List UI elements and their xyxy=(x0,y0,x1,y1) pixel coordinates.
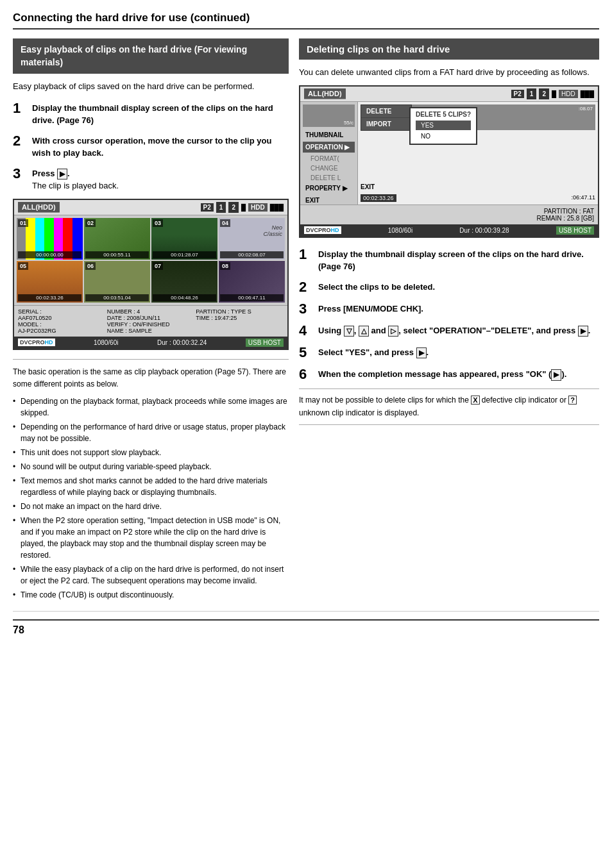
delete-top-bar: ALL(HDD) P2 1 2 █ HDD ███ xyxy=(300,87,598,102)
bullet-2: Depending on the performance of hard dri… xyxy=(13,421,289,444)
thumb-status-bar: DVCPROHD 1080/60i Dur : 00:00:32.24 USB … xyxy=(14,337,287,349)
model-val: AJ-P2C032RG xyxy=(18,328,106,334)
delete-display: ALL(HDD) P2 1 2 █ HDD ███ xyxy=(299,85,599,238)
easy-playback-intro: Easy playback of clips saved on the hard… xyxy=(13,80,289,93)
delete-step-3-text: Press [MENU/MODE CHK]. xyxy=(318,301,423,315)
yes-button[interactable]: YES xyxy=(416,121,471,130)
clip-03-tc: 00:01:28.07 xyxy=(153,251,216,258)
number-val: NUMBER : 4 xyxy=(107,308,195,315)
exit-menu-item: EXIT xyxy=(303,195,355,206)
hdd-label: HDD xyxy=(248,203,268,212)
no-button[interactable]: NO xyxy=(416,131,471,141)
play-key: ▶ xyxy=(57,169,67,179)
number-info: NUMBER : 4 DATE : 2008/JUN/11 VERIFY : O… xyxy=(107,308,195,334)
status-resolution: 1080/60i xyxy=(94,339,118,346)
usb-host-badge: USB HOST xyxy=(246,338,284,347)
clip-07-thumb: 07 00:04:48.26 xyxy=(151,261,217,303)
delete-step-4-num: 4 xyxy=(299,323,313,338)
delete-dvcpro-logo: DVCPROHD xyxy=(304,226,341,234)
ok-key: ▶ xyxy=(551,369,561,380)
thumb-bottom-info: SERIAL : AAF07L0520 MODEL : AJ-P2C032RG … xyxy=(14,305,287,337)
slot-indicators: P2 1 2 █ HDD ███ xyxy=(201,202,284,213)
confirm-popup: DELETE 5 CLIPS? YES NO xyxy=(409,107,477,145)
clip-08-thumb: 08 00:06:47.11 xyxy=(219,261,285,303)
operation-menu-item: OPERATION ▶ xyxy=(303,142,355,153)
popup-import: IMPORT xyxy=(361,118,411,130)
partition-fat: PARTITION : FAT xyxy=(304,208,594,215)
clip-06-num: 06 xyxy=(85,262,96,270)
model-label: MODEL : xyxy=(18,321,106,328)
p2-badge: P2 xyxy=(201,203,214,212)
delete-note-text: It may not be possible to delete clips f… xyxy=(299,396,577,417)
delete-slot-1: 1 xyxy=(527,88,537,99)
serial-label: SERIAL : xyxy=(18,308,106,315)
bullet-5: Text memos and shot marks cannot be adde… xyxy=(13,475,289,498)
delete-main-area: :08.07 DELETE IMPORT DELETE 5 CLIPS? YES… xyxy=(358,102,598,204)
delete-step-2-text: Select the clips to be deleted. xyxy=(318,280,435,294)
delete-step-6: 6 When the completion message has appear… xyxy=(299,367,599,382)
clip-05-num: 05 xyxy=(18,262,28,270)
delete-step-4: 4 Using ▽, △ and ▷, select "OPERATION"–"… xyxy=(299,323,599,338)
delete-hdd-label: HDD xyxy=(559,90,578,98)
left-column: Easy playback of clips on the hard drive… xyxy=(13,38,289,603)
slot-1: 1 xyxy=(216,202,226,213)
thumbnail-menu-item: THUMBNAIL xyxy=(303,129,355,140)
delete-content-area: 55/c THUMBNAIL OPERATION ▶ FORMAT( CHANG… xyxy=(300,102,598,204)
delete-duration: Dur : 00:00:39.28 xyxy=(459,227,509,234)
delete-step-1: 1 Display the thumbnail display screen o… xyxy=(299,247,599,273)
footer-divider xyxy=(13,611,599,612)
name-val: NAME : SAMPLE xyxy=(107,328,195,334)
clip-04-label-neo: Neo xyxy=(271,224,282,231)
partition-info-bar: PARTITION : FAT REMAIN : 25.8 [GB] xyxy=(300,204,598,224)
tc-end: :06:47.11 xyxy=(571,194,595,202)
step-3-number: 3 xyxy=(13,166,27,181)
notes-list: Depending on the playback format, playba… xyxy=(13,396,289,601)
main-content: Easy playback of clips on the hard drive… xyxy=(13,38,599,603)
verify-val: VERIFY : ON/FINISHED xyxy=(107,321,195,328)
easy-playback-title: Easy playback of clips on the hard drive… xyxy=(13,38,289,74)
delete-all-hdd: ALL(HDD) xyxy=(304,88,346,99)
change-item: CHANGE xyxy=(308,163,355,173)
x-indicator: X xyxy=(471,396,479,405)
time-val: TIME : 19:47:25 xyxy=(196,315,284,321)
page-container: Connecting the hard drive for use (conti… xyxy=(0,0,612,647)
clip-06-thumb: 06 00:03:51.04 xyxy=(84,261,150,303)
clip-04-tc: 00:02:08.07 xyxy=(220,251,284,258)
delete-note-box: It may not be possible to delete clips f… xyxy=(299,388,599,424)
step-1-number: 1 xyxy=(13,101,27,116)
clip-04-num: 04 xyxy=(220,219,230,227)
remain-info: REMAIN : 25.8 [GB] xyxy=(304,215,594,222)
step-2-number: 2 xyxy=(13,133,27,149)
delete-slot-indicators: P2 1 2 █ HDD ███ xyxy=(511,88,594,99)
thumb-top-bar: ALL(HDD) P2 1 2 █ HDD ███ xyxy=(14,200,287,215)
step-1-text: Display the thumbnail display screen of … xyxy=(32,101,289,127)
delete-step-3-num: 3 xyxy=(299,301,313,317)
step-2: 2 With cross cursor operation, move the … xyxy=(13,133,289,160)
status-duration: Dur : 00:00:32.24 xyxy=(157,339,207,346)
serial-val: AAF07L0520 xyxy=(18,315,106,321)
clip-07-num: 07 xyxy=(153,262,163,270)
step-3: 3 Press ▶. The clip is played back. xyxy=(13,166,289,192)
delete-step-3: 3 Press [MENU/MODE CHK]. xyxy=(299,301,599,317)
timeline-tc: :08.07 xyxy=(579,106,593,112)
clip-02-num: 02 xyxy=(85,219,96,227)
delete-step-5-text: Select "YES", and press ▶. xyxy=(318,345,429,359)
right-column: Deleting clips on the hard drive You can… xyxy=(299,38,599,425)
q-indicator: ? xyxy=(568,396,577,405)
bullet-8: While the easy playback of a clip on the… xyxy=(13,563,289,587)
delete-intro: You can delete unwanted clips from a FAT… xyxy=(299,66,599,79)
format-item: FORMAT( xyxy=(308,154,355,163)
delete-step-1-text: Display the thumbnail display screen of … xyxy=(318,247,599,273)
delete-p2-badge: P2 xyxy=(511,90,524,98)
confirm-title: DELETE 5 CLIPS? xyxy=(416,111,471,118)
clip-04-thumb: 04 Neo C/assic 00:02:08.07 xyxy=(219,218,285,260)
delete-l-item: DELETE L xyxy=(308,173,355,183)
date-val: DATE : 2008/JUN/11 xyxy=(107,315,195,321)
step-1: 1 Display the thumbnail display screen o… xyxy=(13,101,289,127)
slot-2: 2 xyxy=(228,202,239,213)
notes-intro: The basic operation is the same as clip … xyxy=(13,366,289,390)
delete-sidebar: 55/c THUMBNAIL OPERATION ▶ FORMAT( CHANG… xyxy=(300,102,358,204)
clip-02-thumb: 02 00:00:55.11 xyxy=(84,218,150,260)
partition-info: PARTITION : TYPE S TIME : 19:47:25 xyxy=(196,308,284,334)
clip-02-tc: 00:00:55.11 xyxy=(85,251,149,258)
